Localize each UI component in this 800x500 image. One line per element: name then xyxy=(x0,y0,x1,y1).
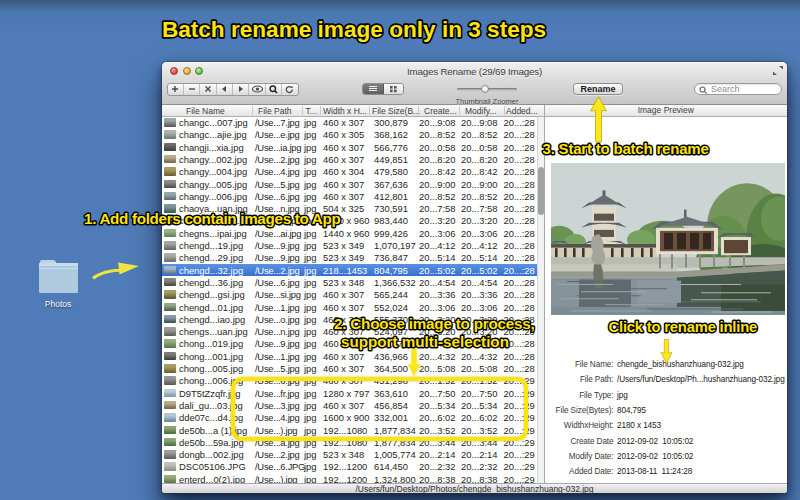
svg-text:1. Add folders contain images: 1. Add folders contain images to App xyxy=(84,210,340,227)
svg-text:3. Start to batch rename: 3. Start to batch rename xyxy=(543,140,709,157)
svg-text:support multi-selection: support multi-selection xyxy=(341,333,509,350)
svg-text:Batch rename image only in 3 s: Batch rename image only in 3 steps xyxy=(162,17,546,42)
svg-text:Click to rename inline: Click to rename inline xyxy=(609,319,758,335)
svg-text:2. Choose image to process,: 2. Choose image to process, xyxy=(334,315,535,332)
